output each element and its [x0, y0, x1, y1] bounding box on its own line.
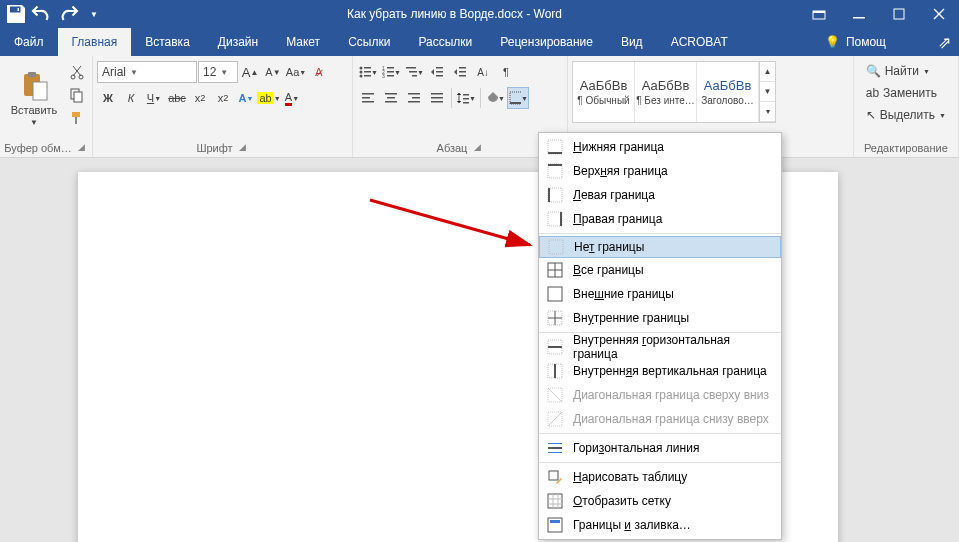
svg-rect-40 [408, 93, 420, 95]
borders-button[interactable]: ▼ [507, 87, 529, 109]
share-icon[interactable]: ⇗ [938, 33, 951, 52]
horizontal-line-item[interactable]: Горизонтальная линия [539, 436, 781, 460]
tab-home[interactable]: Главная [58, 28, 132, 56]
minimize-button[interactable] [839, 0, 879, 28]
border-bottom-item[interactable]: ННижняя границаижняя граница [539, 135, 781, 159]
italic-button[interactable]: К [120, 87, 142, 109]
border-inner-v-item[interactable]: Внутренняя вертикальная граница [539, 359, 781, 383]
select-button[interactable]: ↖Выделить▼ [862, 105, 950, 125]
document-title: Как убрать линию в Ворде.docx - Word [110, 7, 799, 21]
tab-file[interactable]: Файл [0, 28, 58, 56]
svg-rect-53 [548, 164, 562, 178]
style-nospacing[interactable]: АаБбВв¶ Без инте… [635, 62, 697, 122]
shrink-font-button[interactable]: A▼ [262, 61, 284, 83]
numbering-button[interactable]: 123▼ [380, 61, 402, 83]
tab-layout[interactable]: Макет [272, 28, 334, 56]
find-button[interactable]: 🔍Найти▼ [862, 61, 950, 81]
maximize-button[interactable] [879, 0, 919, 28]
border-left-item[interactable]: Левая граница [539, 183, 781, 207]
svg-rect-35 [362, 97, 370, 99]
border-outer-icon [547, 286, 563, 302]
svg-rect-30 [436, 75, 443, 77]
paragraph-dialog-launcher[interactable]: ◢ [471, 142, 483, 154]
shading-button[interactable]: ▼ [484, 87, 506, 109]
replace-button[interactable]: abЗаменить [862, 83, 950, 103]
show-marks-button[interactable]: ¶ [495, 61, 517, 83]
styles-gallery[interactable]: АаБбВв¶ Обычный АаБбВв¶ Без инте… АаБбВв… [572, 61, 776, 123]
group-clipboard: Вставить ▼ Буфер обм…◢ [0, 56, 93, 157]
undo-button[interactable] [30, 2, 54, 26]
highlight-button[interactable]: ab▼ [258, 87, 280, 109]
clear-format-button[interactable]: A̷ [308, 61, 330, 83]
tab-links[interactable]: Ссылки [334, 28, 404, 56]
border-top-icon [547, 163, 563, 179]
justify-button[interactable] [426, 87, 448, 109]
tab-insert[interactable]: Вставка [131, 28, 204, 56]
border-right-item[interactable]: Правая граница [539, 207, 781, 231]
line-spacing-button[interactable]: ▼ [455, 87, 477, 109]
svg-rect-16 [364, 71, 371, 73]
style-normal[interactable]: АаБбВв¶ Обычный [573, 62, 635, 122]
svg-rect-1 [813, 11, 825, 13]
clipboard-dialog-launcher[interactable]: ◢ [76, 142, 88, 154]
border-right-icon [547, 211, 563, 227]
svg-rect-3 [894, 9, 904, 19]
bullets-button[interactable]: ▼ [357, 61, 379, 83]
font-dialog-launcher[interactable]: ◢ [237, 142, 249, 154]
dec-indent-button[interactable] [426, 61, 448, 83]
tell-me-label[interactable]: Помощ [846, 35, 886, 49]
view-gridlines-item[interactable]: Отобразить сетку [539, 489, 781, 513]
svg-rect-33 [459, 75, 466, 77]
border-inner-h-item[interactable]: Внутренняя горизонтальная граница [539, 335, 781, 359]
grow-font-button[interactable]: A▲ [239, 61, 261, 83]
gallery-expand[interactable]: ▾ [760, 102, 775, 122]
borders-dialog-item[interactable]: Границы и заливка… [539, 513, 781, 537]
save-button[interactable] [4, 2, 28, 26]
tab-acrobat[interactable]: ACROBAT [657, 28, 742, 56]
change-case-button[interactable]: Aa▼ [285, 61, 307, 83]
gallery-scroll-down[interactable]: ▼ [760, 82, 775, 102]
multilevel-button[interactable]: ▼ [403, 61, 425, 83]
cut-button[interactable] [66, 61, 88, 83]
svg-rect-52 [548, 152, 562, 154]
strike-button[interactable]: abc [166, 87, 188, 109]
qat-customize[interactable]: ▼ [82, 2, 106, 26]
svg-rect-26 [409, 71, 417, 73]
text-effects-button[interactable]: A▼ [235, 87, 257, 109]
border-outer-item[interactable]: Внешние границы [539, 282, 781, 306]
draw-table-item[interactable]: Нарисовать таблицу [539, 465, 781, 489]
tab-design[interactable]: Дизайн [204, 28, 272, 56]
border-inner-h-icon [547, 339, 563, 355]
ribbon-options-button[interactable] [799, 0, 839, 28]
svg-rect-66 [554, 364, 556, 378]
inc-indent-button[interactable] [449, 61, 471, 83]
border-inner-item[interactable]: Внутренние границы [539, 306, 781, 330]
svg-rect-2 [853, 17, 865, 19]
tab-mailings[interactable]: Рассылки [404, 28, 486, 56]
sort-button[interactable]: A↓ [472, 61, 494, 83]
svg-rect-59 [549, 240, 563, 254]
close-button[interactable] [919, 0, 959, 28]
copy-button[interactable] [66, 84, 88, 106]
format-painter-button[interactable] [66, 107, 88, 129]
paste-button[interactable]: Вставить ▼ [4, 59, 64, 137]
align-center-button[interactable] [380, 87, 402, 109]
align-left-button[interactable] [357, 87, 379, 109]
border-all-item[interactable]: Все границы [539, 258, 781, 282]
border-top-item[interactable]: Верхняя граница [539, 159, 781, 183]
gallery-scroll-up[interactable]: ▲ [760, 62, 775, 82]
tab-review[interactable]: Рецензирование [486, 28, 607, 56]
align-right-button[interactable] [403, 87, 425, 109]
tab-view[interactable]: Вид [607, 28, 657, 56]
superscript-button[interactable]: x2 [212, 87, 234, 109]
subscript-button[interactable]: x2 [189, 87, 211, 109]
border-none-item[interactable]: Нет границы [539, 236, 781, 258]
font-size-combo[interactable]: 12▼ [198, 61, 238, 83]
redo-button[interactable] [56, 2, 80, 26]
font-name-combo[interactable]: Arial▼ [97, 61, 197, 83]
style-heading1[interactable]: АаБбВвЗаголово… [697, 62, 759, 122]
svg-rect-54 [548, 164, 562, 166]
bold-button[interactable]: Ж [97, 87, 119, 109]
underline-button[interactable]: Ч▼ [143, 87, 165, 109]
font-color-button[interactable]: A▼ [281, 87, 303, 109]
